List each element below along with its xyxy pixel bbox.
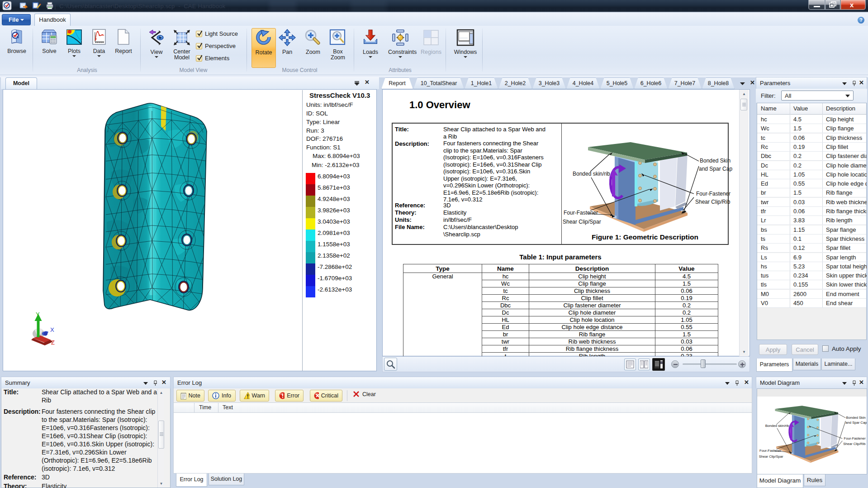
svg-text:X: X	[50, 326, 54, 333]
svg-text:Y: Y	[36, 311, 40, 318]
svg-text:Z: Z	[51, 339, 55, 346]
